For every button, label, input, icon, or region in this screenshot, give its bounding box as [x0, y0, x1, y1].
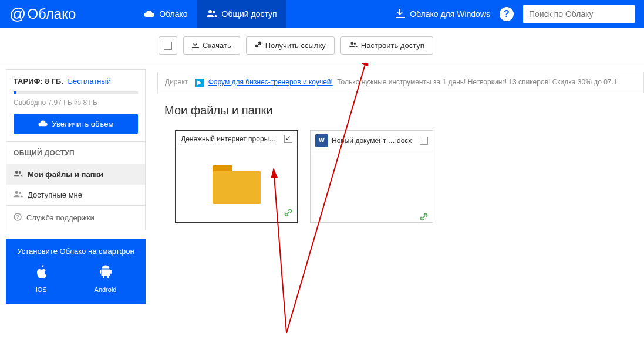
my-files-label: Мои файлы и папки: [28, 170, 103, 179]
shared-link-icon: [284, 209, 292, 219]
download-label: Скачать: [203, 41, 231, 50]
toolbar: Скачать Получить ссылку Настроить доступ: [0, 28, 644, 63]
support-label: Служба поддержки: [26, 213, 95, 222]
file-grid: Денежный интернет проры… W Но: [157, 130, 644, 223]
apple-icon: [35, 265, 48, 281]
get-link-button[interactable]: Получить ссылку: [246, 36, 335, 55]
svg-rect-4: [103, 276, 104, 278]
tariff-size: 8 ГБ.: [45, 77, 63, 86]
promo-title: Установите Облако на смартфон: [12, 247, 140, 256]
storage-progress: [14, 91, 138, 94]
ios-label: iOS: [36, 286, 46, 293]
windows-link-label: Облако для Windows: [410, 9, 490, 19]
people-icon: [14, 191, 23, 199]
nav-shared[interactable]: Общий доступ: [197, 0, 286, 28]
help-icon[interactable]: ?: [500, 7, 514, 21]
file-card-folder[interactable]: Денежный интернет проры…: [175, 130, 298, 223]
ad-link[interactable]: Форум для бизнес-тренеров и коучей!: [208, 78, 333, 86]
file-card-document[interactable]: W Новый документ ….docx: [310, 130, 433, 223]
svg-rect-5: [107, 276, 109, 278]
header-right: Облако для Windows ?: [396, 5, 635, 23]
body: ТАРИФ: 8 ГБ. Бесплатный Свободно 7.97 ГБ…: [0, 63, 644, 304]
file-header: Денежный интернет проры…: [176, 131, 297, 147]
file-checkbox[interactable]: [284, 135, 292, 143]
tariff-line: ТАРИФ: 8 ГБ. Бесплатный: [14, 77, 138, 86]
shared-link-icon: [420, 213, 428, 223]
cloud-icon: [38, 120, 48, 128]
search-box[interactable]: [523, 5, 635, 23]
file-name: Денежный интернет проры…: [181, 135, 281, 143]
word-icon: W: [315, 134, 328, 147]
support-link[interactable]: ? Служба поддержки: [6, 206, 146, 230]
question-icon: ?: [14, 213, 22, 223]
ad-arrow-icon: ▶: [195, 79, 204, 87]
available-label: Доступные мне: [28, 191, 82, 199]
page-title: Мои файлы и папки: [164, 104, 644, 117]
download-icon: [396, 9, 405, 20]
upgrade-button[interactable]: Увеличить объем: [14, 114, 138, 134]
cloud-icon: [144, 9, 154, 19]
configure-access-button[interactable]: Настроить доступ: [340, 36, 433, 55]
svg-rect-3: [110, 270, 112, 274]
download-icon: [192, 41, 199, 50]
checkbox-icon: [164, 42, 172, 50]
ad-text: Только нужные инструменты за 1 день! Нет…: [337, 78, 617, 86]
shared-section-title: ОБЩИЙ ДОСТУП: [6, 142, 145, 164]
upgrade-label: Увеличить объем: [52, 120, 114, 128]
free-space-text: Свободно 7.97 ГБ из 8 ГБ: [14, 98, 138, 107]
tariff-label: ТАРИФ:: [14, 77, 43, 86]
tariff-box: ТАРИФ: 8 ГБ. Бесплатный Свободно 7.97 ГБ…: [6, 69, 146, 142]
promo-box: Установите Облако на смартфон iOS Androi…: [6, 239, 146, 304]
ad-bar: Директ ▶ Форум для бизнес-тренеров и коу…: [157, 72, 644, 93]
people-icon: [14, 170, 23, 179]
app-header: @ Облако Облако Общий доступ Облако для …: [0, 0, 644, 28]
download-button[interactable]: Скачать: [183, 36, 240, 55]
android-label: Android: [95, 286, 117, 293]
file-body: [176, 147, 297, 222]
sidebar-item-my-files[interactable]: Мои файлы и папки: [6, 164, 145, 185]
promo-icons: iOS Android: [12, 265, 140, 293]
search-input[interactable]: [529, 9, 629, 19]
svg-text:?: ?: [16, 214, 19, 220]
get-link-label: Получить ссылку: [265, 41, 326, 50]
people-icon: [349, 41, 358, 50]
file-name: Новый документ ….docx: [332, 137, 416, 145]
people-icon: [207, 9, 217, 19]
android-link[interactable]: Android: [95, 265, 117, 293]
nav-cloud[interactable]: Облако: [134, 0, 197, 28]
sidebar-item-available[interactable]: Доступные мне: [6, 185, 145, 205]
sidebar: ТАРИФ: 8 ГБ. Бесплатный Свободно 7.97 ГБ…: [0, 63, 146, 304]
logo[interactable]: @ Облако: [9, 5, 76, 23]
folder-icon: [213, 165, 261, 204]
nav: Облако Общий доступ: [134, 0, 286, 28]
sidebar-shared-section: ОБЩИЙ ДОСТУП Мои файлы и папки Доступные…: [6, 142, 146, 206]
link-icon: [255, 41, 262, 50]
nav-shared-label: Общий доступ: [222, 9, 277, 19]
file-body: [311, 151, 433, 226]
svg-rect-2: [100, 270, 101, 274]
windows-download-link[interactable]: Облако для Windows: [396, 9, 490, 20]
select-all-checkbox[interactable]: [159, 36, 177, 55]
android-icon: [99, 265, 112, 281]
nav-cloud-label: Облако: [159, 9, 187, 19]
ad-label: Директ: [165, 78, 188, 86]
at-icon: @: [9, 5, 26, 23]
ios-link[interactable]: iOS: [35, 265, 48, 293]
main-content: Директ ▶ Форум для бизнес-тренеров и коу…: [146, 63, 644, 304]
file-checkbox[interactable]: [420, 137, 428, 145]
tariff-plan-link[interactable]: Бесплатный: [68, 77, 111, 86]
file-header: W Новый документ ….docx: [311, 131, 433, 151]
logo-text: Облако: [27, 6, 76, 22]
configure-access-label: Настроить доступ: [361, 41, 424, 50]
